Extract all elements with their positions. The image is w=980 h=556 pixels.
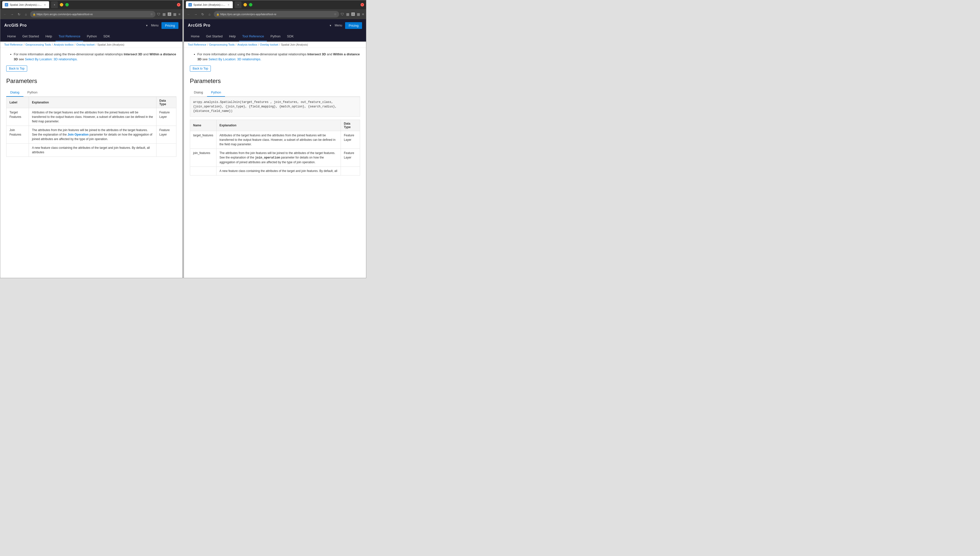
menu-bars-icon-right[interactable]: ≡ bbox=[362, 12, 364, 16]
breadcrumb-geoprocessing-right[interactable]: Geoprocessing Tools bbox=[209, 43, 235, 46]
breadcrumb-sep4-right: / bbox=[279, 43, 280, 46]
addon-icon-right[interactable]: ▦ bbox=[346, 12, 349, 16]
extensions-icon-right[interactable]: 🛡 bbox=[341, 12, 344, 16]
bullet-text-left: For more information about using the thr… bbox=[14, 52, 176, 61]
nav-home-left[interactable]: Home bbox=[4, 32, 19, 41]
select-by-location-link-left[interactable]: Select By Location: 3D relationships. bbox=[25, 57, 78, 61]
window-max-right[interactable]: □ bbox=[249, 3, 252, 6]
left-browser-window: A Spatial Join (Analysis)—... ✕ + − □ ✕ … bbox=[0, 0, 182, 278]
breadcrumb-geoprocessing-left[interactable]: Geoprocessing Tools bbox=[26, 43, 51, 46]
label-output-left bbox=[6, 144, 29, 157]
join-operation-link-left[interactable]: Join Operation bbox=[68, 133, 89, 136]
site-nav-right: Home Get Started Help Tool Reference Pyt… bbox=[184, 32, 366, 42]
addon3-icon-left[interactable]: ▦ bbox=[173, 12, 176, 16]
datatype-target-features-right: Feature Layer bbox=[341, 131, 360, 149]
pricing-btn-left[interactable]: Pricing bbox=[161, 22, 178, 29]
url-bar-right[interactable]: 🔒 https://pro.arcgis.com/en/pro-app/late… bbox=[214, 11, 339, 18]
back-btn-right[interactable]: ← bbox=[186, 11, 191, 17]
breadcrumb-analysis-left[interactable]: Analysis toolbox bbox=[54, 43, 74, 46]
select-by-location-link-right[interactable]: Select By Location: 3D relationships. bbox=[208, 57, 262, 61]
breadcrumb-analysis-right[interactable]: Analysis toolbox bbox=[237, 43, 257, 46]
tab-close-left[interactable]: ✕ bbox=[43, 3, 47, 6]
extensions-icon-left[interactable]: 🛡 bbox=[157, 12, 160, 16]
chevron-down-icon-right[interactable]: ▼ bbox=[329, 24, 332, 27]
breadcrumb-tool-reference-left[interactable]: Tool Reference bbox=[4, 43, 23, 46]
dialog-tab-left[interactable]: Dialog bbox=[6, 89, 23, 97]
breadcrumb-overlay-left[interactable]: Overlay toolset bbox=[76, 43, 94, 46]
nav-python-left[interactable]: Python bbox=[84, 32, 100, 41]
window-close-left[interactable]: ✕ bbox=[177, 3, 181, 6]
col-header-label-left: Label bbox=[6, 97, 29, 108]
bullet-section-right: • For more information about using the t… bbox=[190, 52, 360, 61]
nav-sdk-right[interactable]: SDK bbox=[284, 32, 297, 41]
table-row: A new feature class containing the attri… bbox=[6, 144, 176, 157]
addon-icon-left[interactable]: ▦ bbox=[163, 12, 166, 16]
window-close-right[interactable]: ✕ bbox=[360, 3, 364, 6]
breadcrumb-sep3-left: / bbox=[74, 43, 75, 46]
window-min-left[interactable]: − bbox=[60, 3, 63, 6]
addon3-icon-right[interactable]: ▦ bbox=[357, 12, 360, 16]
tab-container-right: Dialog Python bbox=[190, 89, 360, 97]
addon2-icon-left[interactable]: 🅰 bbox=[168, 12, 171, 16]
toolbar-icons-right: 🛡 ▦ 🅰 ▦ ≡ bbox=[341, 12, 364, 16]
forward-btn-left[interactable]: → bbox=[9, 11, 15, 17]
bookmark-icon-left[interactable]: ☆ bbox=[150, 13, 153, 16]
back-btn-left[interactable]: ← bbox=[2, 11, 8, 17]
nav-home-right[interactable]: Home bbox=[188, 32, 203, 41]
refresh-btn-left[interactable]: ↻ bbox=[16, 11, 22, 17]
forward-btn-right[interactable]: → bbox=[193, 11, 199, 17]
back-to-top-btn-left[interactable]: Back to Top bbox=[6, 66, 27, 71]
addon2-icon-right[interactable]: 🅰 bbox=[351, 12, 355, 16]
nav-help-right[interactable]: Help bbox=[226, 32, 239, 41]
nav-python-right[interactable]: Python bbox=[267, 32, 283, 41]
nav-tool-reference-right[interactable]: Tool Reference bbox=[239, 32, 267, 41]
name-join-features-right: join_features bbox=[190, 149, 216, 167]
menu-bars-icon-left[interactable]: ≡ bbox=[178, 12, 181, 16]
active-tab-left[interactable]: A Spatial Join (Analysis)—... ✕ bbox=[2, 1, 49, 8]
back-to-top-btn-right[interactable]: Back to Top bbox=[190, 66, 211, 71]
nav-get-started-left[interactable]: Get Started bbox=[19, 32, 42, 41]
active-tab-right[interactable]: A Spatial Join (Analysis)—... ✕ bbox=[186, 1, 233, 8]
datatype-target-features-left: Feature Layer bbox=[156, 108, 176, 126]
python-tab-left[interactable]: Python bbox=[23, 89, 41, 97]
name-target-features-right: target_features bbox=[190, 131, 216, 149]
dialog-tab-right[interactable]: Dialog bbox=[190, 89, 207, 97]
new-tab-btn-left[interactable]: + bbox=[51, 1, 58, 8]
site-topbar-left: ArcGIS Pro ▼ Menu Pricing bbox=[0, 19, 182, 32]
tab-title-right: Spatial Join (Analysis)—... bbox=[193, 3, 225, 6]
table-row: Join Features The attributes from the jo… bbox=[6, 126, 176, 144]
bookmark-icon-right[interactable]: ☆ bbox=[334, 13, 337, 16]
chevron-down-icon-left[interactable]: ▼ bbox=[145, 24, 148, 27]
pricing-btn-right[interactable]: Pricing bbox=[345, 22, 362, 29]
address-bar-right: ← → ↻ ⌂ 🔒 https://pro.arcgis.com/en/pro-… bbox=[184, 9, 366, 19]
home-btn-left[interactable]: ⌂ bbox=[23, 11, 29, 17]
breadcrumb-tool-reference-right[interactable]: Tool Reference bbox=[188, 43, 206, 46]
col-datatype-header-right: Data Type bbox=[341, 120, 360, 131]
content-left[interactable]: • For more information about using the t… bbox=[0, 48, 182, 278]
content-right[interactable]: • For more information about using the t… bbox=[184, 48, 366, 278]
refresh-btn-right[interactable]: ↻ bbox=[200, 11, 205, 17]
col-header-datatype-left: Data Type bbox=[156, 97, 176, 108]
home-btn-right[interactable]: ⌂ bbox=[207, 11, 212, 17]
explanation-target-features-left: Attributes of the target features and th… bbox=[29, 108, 156, 126]
python-tab-right[interactable]: Python bbox=[207, 89, 225, 97]
window-min-right[interactable]: − bbox=[244, 3, 247, 6]
nav-tool-reference-left[interactable]: Tool Reference bbox=[56, 32, 83, 41]
site-logo-right: ArcGIS Pro bbox=[188, 23, 210, 27]
url-bar-left[interactable]: 🔒 https://pro.arcgis.com/en/pro-app/late… bbox=[30, 11, 155, 18]
menu-label-left: Menu bbox=[151, 24, 158, 27]
tab-close-right[interactable]: ✕ bbox=[227, 3, 230, 6]
nav-sdk-left[interactable]: SDK bbox=[100, 32, 113, 41]
table-row: join_features The attributes from the jo… bbox=[190, 149, 360, 167]
title-bar-left: A Spatial Join (Analysis)—... ✕ + − □ ✕ bbox=[0, 0, 182, 9]
breadcrumb-sep2-left: / bbox=[52, 43, 53, 46]
topbar-right-right: ▼ Menu Pricing bbox=[329, 22, 362, 29]
bullet-text-right: For more information about using the thr… bbox=[197, 52, 360, 61]
new-tab-btn-right[interactable]: + bbox=[235, 1, 241, 8]
nav-help-left[interactable]: Help bbox=[42, 32, 55, 41]
window-max-left[interactable]: □ bbox=[65, 3, 69, 6]
nav-get-started-right[interactable]: Get Started bbox=[203, 32, 226, 41]
parameters-title-right: Parameters bbox=[190, 78, 360, 84]
breadcrumb-overlay-right[interactable]: Overlay toolset bbox=[260, 43, 278, 46]
parameters-title-left: Parameters bbox=[6, 78, 176, 84]
